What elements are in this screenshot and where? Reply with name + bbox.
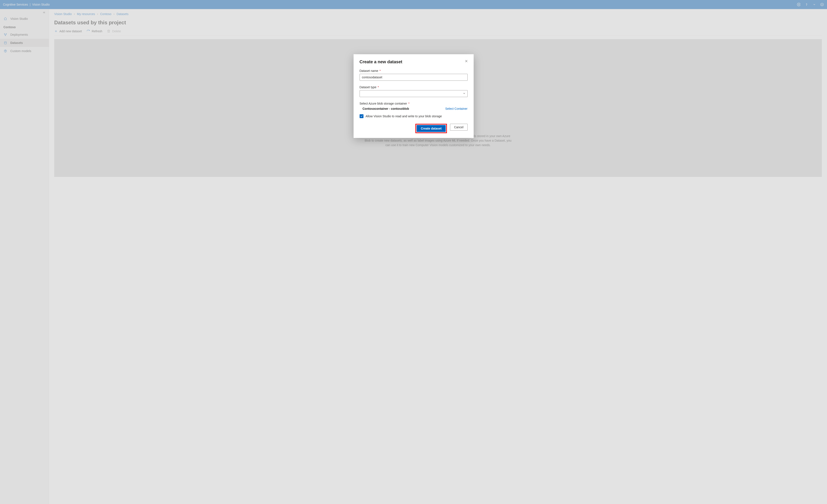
allow-access-row: Allow Vision Studio to read and write to… [359,114,468,118]
select-container-link[interactable]: Select Container [445,107,468,110]
cancel-button[interactable]: Cancel [450,124,468,131]
close-icon[interactable] [464,59,469,63]
modal-button-row: Create dataset Cancel [359,124,468,133]
create-dataset-modal: Create a new dataset Dataset name * Data… [353,54,474,138]
dataset-name-input[interactable] [359,74,468,81]
dataset-name-field: Dataset name * [359,69,468,81]
storage-container-field: Select Azure blob storage container * Co… [359,102,468,110]
modal-overlay: Create a new dataset Dataset name * Data… [0,0,827,504]
dataset-type-field: Dataset type * [359,86,468,97]
dataset-type-select[interactable] [359,90,468,97]
allow-access-label: Allow Vision Studio to read and write to… [366,114,442,118]
dataset-name-label: Dataset name * [359,69,468,72]
storage-container-value: Contosocontainer - contosoblob [362,107,409,110]
create-dataset-button[interactable]: Create dataset [417,125,446,132]
allow-access-checkbox[interactable] [359,114,363,118]
modal-title: Create a new dataset [359,59,468,64]
dataset-type-label: Dataset type * [359,86,468,89]
highlight-annotation: Create dataset [415,124,447,133]
storage-container-label: Select Azure blob storage container * [359,102,468,105]
chevron-down-icon [463,92,466,96]
